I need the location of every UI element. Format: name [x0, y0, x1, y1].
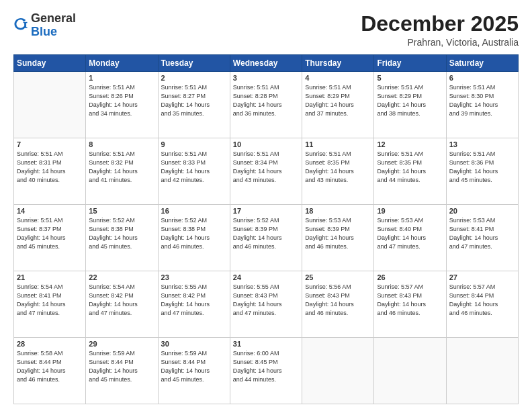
day-number: 4 [305, 74, 371, 82]
table-row [302, 338, 374, 404]
calendar-week-row: 28Sunrise: 5:58 AMSunset: 8:44 PMDayligh… [14, 338, 519, 404]
day-info: Sunrise: 5:54 AMSunset: 8:42 PMDaylight:… [89, 283, 154, 318]
table-row: 20Sunrise: 5:53 AMSunset: 8:41 PMDayligh… [446, 205, 518, 271]
day-info: Sunrise: 5:51 AMSunset: 8:35 PMDaylight:… [305, 150, 371, 185]
col-saturday: Saturday [446, 55, 518, 72]
table-row: 19Sunrise: 5:53 AMSunset: 8:40 PMDayligh… [374, 205, 446, 271]
table-row: 18Sunrise: 5:53 AMSunset: 8:39 PMDayligh… [302, 205, 374, 271]
table-row: 1Sunrise: 5:51 AMSunset: 8:26 PMDaylight… [86, 72, 158, 138]
day-number: 6 [449, 74, 515, 82]
page: General Blue December 2025 Prahran, Vict… [0, 0, 532, 411]
table-row: 23Sunrise: 5:55 AMSunset: 8:42 PMDayligh… [158, 271, 230, 338]
day-info: Sunrise: 5:51 AMSunset: 8:28 PMDaylight:… [233, 83, 299, 118]
table-row: 25Sunrise: 5:56 AMSunset: 8:43 PMDayligh… [302, 271, 374, 338]
day-number: 30 [161, 340, 227, 348]
day-number: 25 [305, 273, 371, 281]
day-info: Sunrise: 5:58 AMSunset: 8:44 PMDaylight:… [17, 349, 83, 384]
day-number: 15 [89, 207, 154, 215]
table-row: 13Sunrise: 5:51 AMSunset: 8:36 PMDayligh… [446, 138, 518, 205]
col-friday: Friday [374, 55, 446, 72]
day-number: 22 [89, 273, 154, 281]
day-number: 18 [305, 207, 371, 215]
day-number: 24 [233, 273, 299, 281]
day-number: 2 [161, 74, 227, 82]
table-row: 21Sunrise: 5:54 AMSunset: 8:41 PMDayligh… [14, 271, 86, 338]
day-number: 20 [449, 207, 515, 215]
table-row: 4Sunrise: 5:51 AMSunset: 8:29 PMDaylight… [302, 72, 374, 138]
table-row: 6Sunrise: 5:51 AMSunset: 8:30 PMDaylight… [446, 72, 518, 138]
col-thursday: Thursday [302, 55, 374, 72]
table-row: 24Sunrise: 5:55 AMSunset: 8:43 PMDayligh… [230, 271, 302, 338]
day-number: 31 [233, 340, 299, 348]
day-number: 13 [449, 140, 515, 148]
day-number: 27 [449, 273, 515, 281]
day-number: 23 [161, 273, 227, 281]
table-row: 2Sunrise: 5:51 AMSunset: 8:27 PMDaylight… [158, 72, 230, 138]
table-row: 10Sunrise: 5:51 AMSunset: 8:34 PMDayligh… [230, 138, 302, 205]
day-info: Sunrise: 5:53 AMSunset: 8:39 PMDaylight:… [305, 216, 371, 251]
table-row: 3Sunrise: 5:51 AMSunset: 8:28 PMDaylight… [230, 72, 302, 138]
header: General Blue December 2025 Prahran, Vict… [13, 12, 519, 48]
table-row: 15Sunrise: 5:52 AMSunset: 8:38 PMDayligh… [86, 205, 158, 271]
table-row: 30Sunrise: 5:59 AMSunset: 8:44 PMDayligh… [158, 338, 230, 404]
day-number: 16 [161, 207, 227, 215]
table-row: 9Sunrise: 5:51 AMSunset: 8:33 PMDaylight… [158, 138, 230, 205]
day-number: 8 [89, 140, 154, 148]
day-info: Sunrise: 5:51 AMSunset: 8:27 PMDaylight:… [161, 83, 227, 118]
day-info: Sunrise: 5:51 AMSunset: 8:26 PMDaylight:… [89, 83, 154, 118]
day-info: Sunrise: 5:56 AMSunset: 8:43 PMDaylight:… [305, 283, 371, 318]
day-info: Sunrise: 5:51 AMSunset: 8:29 PMDaylight:… [305, 83, 371, 118]
day-info: Sunrise: 5:52 AMSunset: 8:39 PMDaylight:… [233, 216, 299, 251]
table-row: 12Sunrise: 5:51 AMSunset: 8:35 PMDayligh… [374, 138, 446, 205]
day-info: Sunrise: 6:00 AMSunset: 8:45 PMDaylight:… [233, 349, 299, 384]
day-info: Sunrise: 5:59 AMSunset: 8:44 PMDaylight:… [89, 349, 154, 384]
day-number: 26 [377, 273, 443, 281]
table-row [446, 338, 518, 404]
day-info: Sunrise: 5:51 AMSunset: 8:33 PMDaylight:… [161, 150, 227, 185]
table-row: 26Sunrise: 5:57 AMSunset: 8:43 PMDayligh… [374, 271, 446, 338]
day-info: Sunrise: 5:51 AMSunset: 8:36 PMDaylight:… [449, 150, 515, 185]
day-number: 29 [89, 340, 154, 348]
day-info: Sunrise: 5:55 AMSunset: 8:43 PMDaylight:… [233, 283, 299, 318]
title-block: December 2025 Prahran, Victoria, Austral… [361, 12, 519, 48]
day-number: 12 [377, 140, 443, 148]
day-number: 21 [17, 273, 83, 281]
calendar-week-row: 14Sunrise: 5:51 AMSunset: 8:37 PMDayligh… [14, 205, 519, 271]
day-info: Sunrise: 5:54 AMSunset: 8:41 PMDaylight:… [17, 283, 83, 318]
day-number: 7 [17, 140, 83, 148]
logo-icon [13, 18, 28, 33]
col-tuesday: Tuesday [158, 55, 230, 72]
table-row: 17Sunrise: 5:52 AMSunset: 8:39 PMDayligh… [230, 205, 302, 271]
logo: General Blue [13, 12, 76, 39]
table-row: 14Sunrise: 5:51 AMSunset: 8:37 PMDayligh… [14, 205, 86, 271]
table-row: 11Sunrise: 5:51 AMSunset: 8:35 PMDayligh… [302, 138, 374, 205]
day-info: Sunrise: 5:51 AMSunset: 8:29 PMDaylight:… [377, 83, 443, 118]
location-subtitle: Prahran, Victoria, Australia [361, 37, 519, 48]
table-row: 31Sunrise: 6:00 AMSunset: 8:45 PMDayligh… [230, 338, 302, 404]
day-number: 28 [17, 340, 83, 348]
day-info: Sunrise: 5:51 AMSunset: 8:30 PMDaylight:… [449, 83, 515, 118]
col-monday: Monday [86, 55, 158, 72]
calendar-header-row: Sunday Monday Tuesday Wednesday Thursday… [14, 55, 519, 72]
table-row: 29Sunrise: 5:59 AMSunset: 8:44 PMDayligh… [86, 338, 158, 404]
table-row: 7Sunrise: 5:51 AMSunset: 8:31 PMDaylight… [14, 138, 86, 205]
day-info: Sunrise: 5:51 AMSunset: 8:32 PMDaylight:… [89, 150, 154, 185]
day-info: Sunrise: 5:51 AMSunset: 8:31 PMDaylight:… [17, 150, 83, 185]
table-row [14, 72, 86, 138]
table-row: 27Sunrise: 5:57 AMSunset: 8:44 PMDayligh… [446, 271, 518, 338]
table-row: 5Sunrise: 5:51 AMSunset: 8:29 PMDaylight… [374, 72, 446, 138]
col-sunday: Sunday [14, 55, 86, 72]
day-info: Sunrise: 5:53 AMSunset: 8:40 PMDaylight:… [377, 216, 443, 251]
table-row: 16Sunrise: 5:52 AMSunset: 8:38 PMDayligh… [158, 205, 230, 271]
day-info: Sunrise: 5:51 AMSunset: 8:37 PMDaylight:… [17, 216, 83, 251]
logo-text: General Blue [31, 12, 76, 39]
calendar-week-row: 7Sunrise: 5:51 AMSunset: 8:31 PMDaylight… [14, 138, 519, 205]
day-number: 14 [17, 207, 83, 215]
day-number: 1 [89, 74, 154, 82]
logo-general: General [31, 11, 76, 25]
day-info: Sunrise: 5:57 AMSunset: 8:44 PMDaylight:… [449, 283, 515, 318]
month-title: December 2025 [361, 12, 519, 36]
day-number: 3 [233, 74, 299, 82]
day-number: 11 [305, 140, 371, 148]
day-info: Sunrise: 5:52 AMSunset: 8:38 PMDaylight:… [89, 216, 154, 251]
